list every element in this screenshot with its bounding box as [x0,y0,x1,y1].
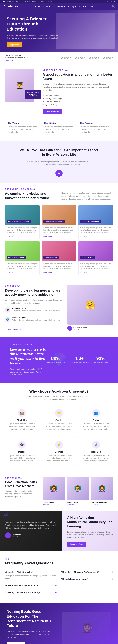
bottom-banner-signup-button[interactable]: Sign Up Now [6,642,25,644]
hero-content: Securing A Brighter Future Through Educa… [6,16,59,47]
faculty-economic-body: Nulla consequat massa quis enim. Donec p… [5,261,40,275]
stats-banner-left: POWERED BY SCIENCE Live as if you were t… [10,344,47,376]
social-facebook-icon[interactable]: f [107,1,108,2]
faq-item-1[interactable]: Where Can I Find Information? Lorem ipsu… [5,569,57,582]
teacher-1-role: Professor [43,504,65,506]
academic-feature-title: Academic excellence [12,307,60,309]
faq-tag: FAQ [5,558,113,560]
globe-icon: 🌍 [5,317,10,322]
stat-item-graduation: 89% Freshmen Graduation Rate [47,356,65,364]
students-image: 🤗 [67,285,113,324]
hero-apply-button[interactable]: Apply Now [6,42,22,47]
nav-item-contact[interactable]: Contact [89,5,95,8]
social-youtube-icon[interactable]: yt [114,1,115,2]
why-title: Why choose Acadrova University? [5,389,113,394]
bottom-banner-description: Lorem ipsum dolor sit amet, consectetur … [6,630,52,639]
partner-logo-1: LOQIPSUM [61,57,71,59]
established-label: Established since [27,92,39,93]
author-role: Student [12,536,21,537]
faculties-section: OUR FACULTIES & SCHOOLS Advancing knowle… [0,184,118,280]
students-title: Developing caring learners who are activ… [5,288,62,297]
why-courses-text: Dignissim nec ullamcorper hendrerit feug… [45,454,74,462]
about-read-more-button[interactable]: Read About Us [43,109,62,114]
faculty-economic-link[interactable]: Learn More [7,272,15,274]
partner-logo-4: logipsum [103,57,113,59]
bottom-banner-content: Nothing Beats Good Education For The Bet… [6,609,56,644]
faculty-economic-label: Faculty of Economic [6,256,26,259]
why-degree-title: Degree [7,450,36,453]
social-twitter-icon[interactable]: t [109,1,110,2]
teachers-grid: 👩‍🏫 Celina Bailey Professor 👨‍🏫 Tommy Bo… [43,477,113,506]
faq-question-4: What Kinds of Payment Do You Accept? [61,571,113,574]
faq-item-3[interactable]: Can I Buy Directly From The Factory? [5,589,57,596]
caption-avatar: G [67,326,72,331]
globe-feature-desc: Proin gravida nibh vel velit auctor aliq… [12,319,60,322]
faculty-engineering-label: Faculty of Engineering [80,220,101,223]
faculty-economic-description: Nulla consequat massa quis enim. Donec p… [7,262,38,270]
nav-item-faculty[interactable]: Faculty ▾ [68,5,76,8]
about-image-column: 👨‍🎓 Established since 1976 [5,69,38,102]
card-purpose-title: Our Purpose [80,122,110,124]
faculty-law-label: Faculty of Laws [43,256,59,259]
why-global-title: Global [82,419,111,421]
faq-answer-1: Lorem ipsum dolor sit amet consectetur a… [5,575,57,580]
nav-item-academics[interactable]: Academics ▾ [54,5,65,8]
students-discover-button[interactable]: Discover More [5,327,24,332]
faculty-law-link[interactable]: Learn More [43,272,52,274]
teacher-3-name: Carolyn Pellegrino [91,502,113,504]
stat-rating-label: Rating Average For Teachers [70,361,89,364]
search-icon[interactable]: 🔍 [112,5,115,8]
partners-learn-more-link[interactable]: Learn More [5,60,31,62]
about-list: Course Programs Undergraduate Programs G… [43,94,113,106]
teachers-section: OUR TEACHERS Good Education Starts From … [0,472,118,510]
stats-banner-quote: Live as if you were to die tomorrow. Lea… [10,347,47,366]
faculty-math-link[interactable]: Learn More [43,236,52,238]
multicultural-discover-button[interactable]: Discover More [67,542,86,546]
faculty-card-natural: Faculty of Natural Sciences Nulla conseq… [5,205,40,239]
globe-feature-text: Across the globe Proin gravida nibh vel … [12,317,60,324]
bottom-banner-section: Nothing Beats Good Education For The Bet… [0,603,118,644]
faculties-description: Nemo enim ipsam voluptatem quia voluptas… [61,192,113,201]
nav-item-pages[interactable]: Pages ▾ [79,5,86,8]
faculty-natural-link[interactable]: Learn More [7,236,15,238]
faq-item-5[interactable]: When do I receive my order? [61,576,113,583]
stat-item-rating: 4.3+ Rating Average For Teachers [70,356,89,364]
topbar-phone: 📞 +1 234 567 890 [22,1,36,2]
faq-title: Frequently Asked Questions [5,561,113,566]
faq-item-4[interactable]: What Kinds of Payment Do You Accept? [61,569,113,576]
hero-overlay [56,13,115,49]
mission-cards-row: Our Vision Lorem ipsum dolor sit amet co… [0,119,118,141]
faculty-arts-link[interactable]: Learn More [80,272,89,274]
faculty-engineering-link[interactable]: Learn More [80,236,89,238]
teacher-3-image: 👩‍🏫 [91,477,113,500]
nav-item-home[interactable]: Home [34,5,40,8]
partners-logos: LOQIPSUM logipsum LOQIPSUM logipsum [61,57,113,59]
card-vision-title: Our Vision [8,122,38,124]
topbar: 📧 info@acadrova.com 📞 +1 234 567 890 📍 N… [0,0,118,3]
stats-banner-tag: POWERED BY SCIENCE [10,344,47,345]
about-list-item-2: Undergraduate Programs [43,97,113,100]
quote-banner-description: Fusce vel ante non eros tempor imperdiet… [25,160,93,166]
quote-mark-icon: ❝ [3,512,8,522]
nav-item-about[interactable]: About Us [43,5,51,8]
faq-item-2[interactable]: What Are Your Terms and Conditions? [5,582,57,589]
faculty-law-body: Nulla consequat massa quis enim. Donec p… [42,261,76,275]
card-vision: Our Vision Lorem ipsum dolor sit amet co… [5,119,40,136]
caption-text: Grace S. Collins Student [73,326,87,330]
card-purpose: Our Purpose Lorem ipsum dolor sit amet c… [78,119,113,136]
social-linkedin-icon[interactable]: in [111,1,112,2]
faq-section: FAQ Frequently Asked Questions Where Can… [0,552,118,603]
degree-icon: 🎓 [18,441,26,448]
teacher-1-image: 👩‍🏫 [43,477,65,500]
multicultural-description: Lorem ipsum dolor sit amet, consectetur … [67,530,113,539]
play-button[interactable]: ▶ [55,170,63,177]
topbar-email: 📧 info@acadrova.com [3,1,20,2]
caption-role: Student [73,328,79,330]
why-courses-title: Courses [45,450,74,453]
stat-graduation-number: 89% [47,356,65,361]
why-quality-title: Quality [45,419,74,421]
research-icon: 🔬 [92,441,100,448]
card-mission-text: Lorem ipsum dolor sit amet consectetur a… [44,126,74,134]
hero-description: Duis aute irure dolor in reprehenderit i… [6,34,59,40]
partner-logo-2: logipsum [75,57,85,59]
